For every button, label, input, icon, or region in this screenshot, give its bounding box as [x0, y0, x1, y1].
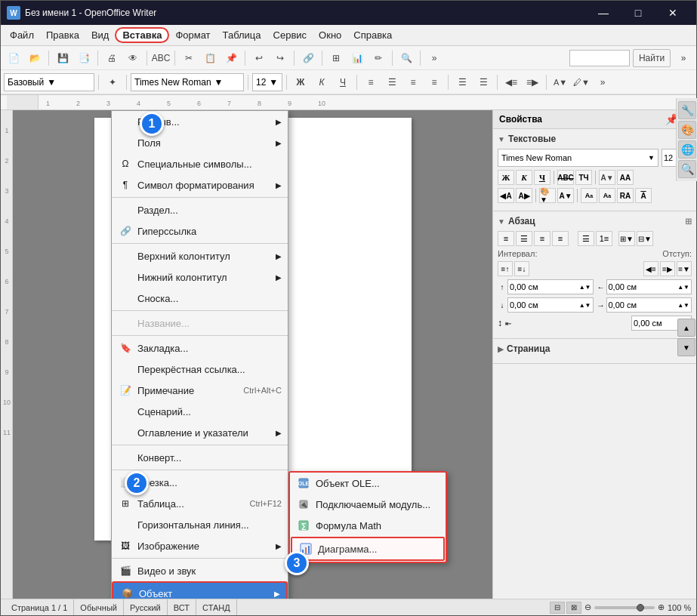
italic-btn[interactable]: К — [312, 73, 332, 91]
strikethrough-btn[interactable]: АВС — [557, 170, 574, 185]
char-spacing-btn[interactable]: АА — [617, 170, 634, 185]
styles-icon[interactable]: ✦ — [103, 73, 122, 91]
align-left-btn2[interactable]: ◀A — [498, 188, 514, 203]
menu-fields[interactable]: Поля ▶ — [112, 132, 288, 153]
para-more[interactable]: ⊟▼ — [637, 231, 653, 246]
menu-break[interactable]: Разрыв... ▶ — [112, 111, 288, 132]
ruby-btn[interactable]: RA — [617, 188, 634, 203]
submenu-plugin[interactable]: 🔌 Подключаемый модуль... — [290, 494, 446, 515]
table-btn[interactable]: ⊞ — [326, 49, 346, 67]
menu-insert[interactable]: Вставка — [115, 27, 169, 43]
bold-btn[interactable]: Ж — [291, 73, 310, 91]
more-btn[interactable]: » — [424, 49, 444, 67]
find-input[interactable] — [569, 50, 630, 66]
font-bg-btn[interactable]: A▼ — [557, 188, 574, 203]
side-icon-4[interactable]: 🔍 — [678, 160, 696, 178]
num-list-btn[interactable]: ☰ — [473, 73, 493, 91]
align-left-btn[interactable]: ≡ — [361, 73, 381, 91]
list-unordered[interactable]: ☰ — [578, 231, 594, 246]
minimize-button[interactable]: — — [586, 1, 621, 25]
close-button[interactable]: ✕ — [655, 1, 690, 25]
indent-inc-btn[interactable]: ≡▶ — [523, 73, 542, 91]
font-name-combo[interactable]: Times New Roman ▼ — [131, 73, 244, 91]
shadow-btn[interactable]: ТЧ — [575, 170, 592, 185]
para-align-right[interactable]: ≡ — [534, 231, 551, 246]
font-size-combo[interactable]: 12 ▼ — [252, 73, 282, 91]
align-center-btn[interactable]: ☰ — [382, 73, 402, 91]
menu-image[interactable]: 🖼 Изображение ▶ — [112, 535, 288, 556]
copy-btn[interactable]: 📋 — [200, 49, 220, 67]
view-btn-1[interactable]: ⊟ — [550, 602, 565, 614]
menu-note[interactable]: 📝 Примечание Ctrl+Alt+C — [112, 380, 288, 401]
hyperlink-btn[interactable]: 🔗 — [298, 49, 318, 67]
space-above-dec[interactable]: ≡↑ — [498, 261, 513, 276]
menu-edit[interactable]: Правка — [40, 27, 85, 43]
save-as-btn[interactable]: 📑 — [74, 49, 94, 67]
para-align-center[interactable]: ☰ — [516, 231, 532, 246]
maximize-button[interactable]: □ — [621, 1, 655, 25]
align-justify-btn[interactable]: ≡ — [424, 73, 444, 91]
view-btn-2[interactable]: ⊠ — [566, 602, 581, 614]
menu-file[interactable]: Файл — [4, 27, 40, 43]
below-spacing-input[interactable]: 0,00 см ▲▼ — [507, 297, 594, 313]
find-more-btn[interactable]: » — [674, 49, 693, 67]
menu-video[interactable]: 🎬 Видео и звук — [112, 560, 288, 581]
offset-inc[interactable]: ≡▶ — [660, 261, 675, 276]
undo-btn[interactable]: ↩ — [249, 49, 269, 67]
menu-footer[interactable]: Нижний колонтитул ▶ — [112, 266, 288, 288]
para-align-justify[interactable]: ≡ — [552, 231, 569, 246]
paste-btn[interactable]: 📌 — [221, 49, 241, 67]
preview-btn[interactable]: 👁 — [123, 49, 143, 67]
left-offset-input[interactable]: 0,00 см ▲▼ — [606, 279, 692, 294]
submenu-formula[interactable]: ∑ Формула Math — [290, 515, 446, 536]
menu-horiz-line[interactable]: Горизонтальная линия... — [112, 514, 288, 535]
list-ordered[interactable]: 1≡ — [596, 231, 612, 246]
menu-table[interactable]: ⊞ Таблица... Ctrl+F12 — [112, 493, 288, 514]
more-btn2[interactable]: » — [593, 73, 612, 91]
space-below-dec[interactable]: ≡↓ — [514, 261, 529, 276]
font-color-btn2[interactable]: A▼ — [599, 170, 615, 185]
menu-footnote[interactable]: Сноска... — [112, 288, 288, 309]
menu-special-chars[interactable]: Ω Специальные символы... — [112, 153, 288, 174]
cut-btn[interactable]: ✂ — [179, 49, 199, 67]
menu-cross-ref[interactable]: Перекрёстная ссылка... — [112, 359, 288, 380]
offset-more[interactable]: ≡▼ — [677, 261, 692, 276]
text-collapse-icon[interactable]: ▼ — [498, 135, 505, 143]
print-btn[interactable]: 🖨 — [102, 49, 122, 67]
underline-format-btn[interactable]: Ч — [534, 170, 551, 185]
page-collapse-icon[interactable]: ▶ — [498, 345, 504, 353]
offset-dec[interactable]: ◀≡ — [643, 261, 658, 276]
indent-dec-btn[interactable]: ◀≡ — [501, 73, 521, 91]
find-execute-btn[interactable]: Найти — [633, 49, 671, 67]
above-spacing-input[interactable]: 0,00 см ▲▼ — [507, 279, 594, 294]
menu-bookmark[interactable]: 🔖 Закладка... — [112, 337, 288, 359]
menu-section[interactable]: Раздел... — [112, 199, 288, 220]
superscript-btn[interactable]: Aa — [581, 188, 597, 203]
font-name-selector[interactable]: Times New Roman ▼ — [498, 149, 658, 167]
zoom-slider[interactable] — [594, 606, 655, 609]
scroll-down-btn[interactable]: ▼ — [677, 338, 695, 356]
save-btn[interactable]: 💾 — [53, 49, 72, 67]
para-collapse-icon[interactable]: ▼ — [498, 217, 505, 226]
subscript-btn[interactable]: Aa — [599, 188, 615, 203]
menu-toc[interactable]: Оглавление и указатели ▶ — [112, 422, 288, 443]
scroll-up-btn[interactable]: ▲ — [677, 319, 695, 337]
menu-view[interactable]: Вид — [85, 27, 116, 43]
highlight-btn[interactable]: 🖊▼ — [572, 73, 591, 91]
bold-format-btn[interactable]: Ж — [498, 170, 514, 185]
list-btn[interactable]: ☰ — [452, 73, 472, 91]
indent-settings[interactable]: ⊞▼ — [618, 231, 635, 246]
find-btn[interactable]: 🔍 — [396, 49, 416, 67]
align-right-btn[interactable]: ≡ — [403, 73, 423, 91]
menu-scenario[interactable]: Сценарий... — [112, 401, 288, 422]
spell-btn[interactable]: ABC — [151, 49, 171, 67]
side-icon-1[interactable]: 🔧 — [678, 110, 696, 119]
side-icon-3[interactable]: 🌐 — [678, 140, 696, 159]
menu-table[interactable]: Таблица — [217, 27, 267, 43]
style-combo[interactable]: Базовый ▼ — [4, 73, 94, 91]
chart-btn[interactable]: 📊 — [347, 49, 367, 67]
underline-btn[interactable]: Ч — [333, 73, 353, 91]
menu-window[interactable]: Окно — [313, 27, 347, 43]
bg-color-btn[interactable]: 🎨▼ — [539, 188, 556, 203]
menu-object[interactable]: 📦 Объект ▶ — [112, 581, 288, 599]
